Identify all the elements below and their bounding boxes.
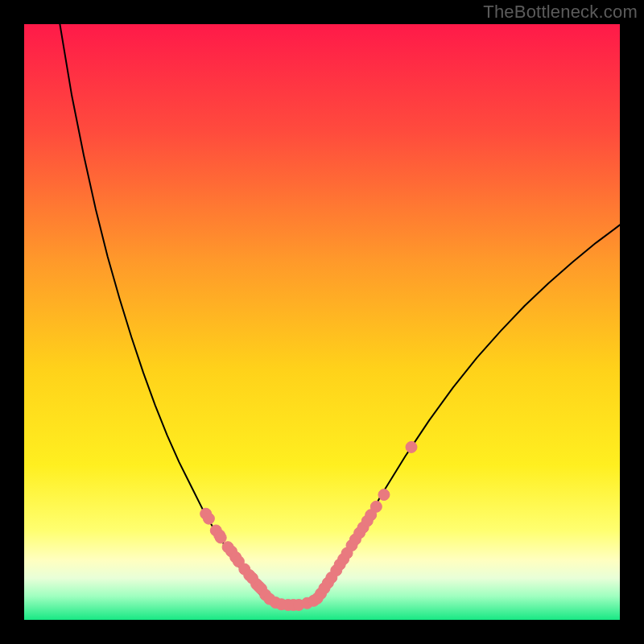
watermark-text: TheBottleneck.com: [483, 2, 638, 23]
chart-container: TheBottleneck.com: [0, 0, 644, 644]
data-marker: [406, 441, 417, 452]
data-marker: [215, 532, 226, 543]
gradient-background: [24, 24, 620, 620]
plot-svg: [24, 24, 620, 620]
plot-area: [24, 24, 620, 620]
data-marker: [378, 489, 390, 501]
data-marker: [370, 501, 382, 512]
data-marker: [203, 513, 214, 524]
